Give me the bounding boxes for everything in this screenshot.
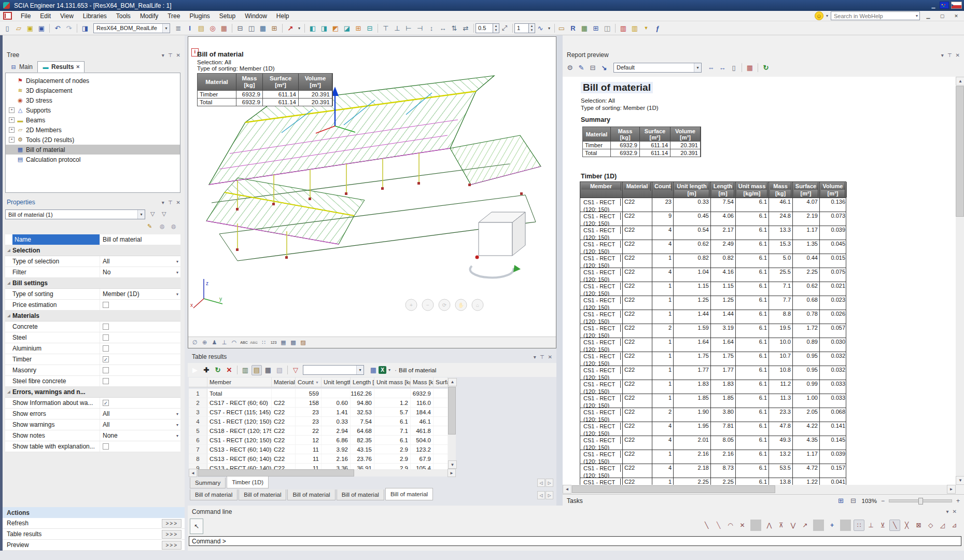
- tab-main[interactable]: ⊟ Main: [5, 61, 37, 73]
- tree-item[interactable]: + ◉ 3D stress: [6, 95, 180, 105]
- webhelp-search-input[interactable]: Search in WebHelp ▾: [831, 11, 920, 20]
- run-caret-icon[interactable]: ▾: [297, 23, 302, 33]
- smiley-caret-icon[interactable]: ▾: [826, 13, 828, 18]
- snap-line-icon[interactable]: ╲: [701, 520, 712, 531]
- menu-item[interactable]: Plugins: [185, 11, 214, 21]
- menu-item[interactable]: View: [55, 11, 78, 21]
- coord-info-icon[interactable]: ⊥: [219, 338, 229, 347]
- mdi-restore-icon[interactable]: ▢: [937, 12, 948, 20]
- command-input[interactable]: Command >: [189, 536, 961, 546]
- action-row[interactable]: Preview >>>: [3, 540, 185, 551]
- tabs-next-icon[interactable]: ▷: [546, 479, 553, 487]
- sheet-tab[interactable]: Timber (1D): [227, 476, 269, 488]
- fit-width-icon[interactable]: ↔: [717, 62, 728, 73]
- tree-item[interactable]: + ⚑ Displacement of nodes: [6, 76, 180, 86]
- tree-item[interactable]: + ⚙ Tools (2D results): [6, 135, 180, 145]
- command-close-icon[interactable]: ✕: [953, 509, 957, 514]
- table-results-pin-icon[interactable]: ⊤: [540, 354, 544, 360]
- dim-right-icon[interactable]: ⊣: [415, 23, 425, 33]
- filter-funnel-icon[interactable]: ▽: [150, 211, 155, 217]
- minimize-icon[interactable]: ▁: [928, 2, 939, 9]
- table-row[interactable]: 5CS18 - RECT (120; 175)C22 222.9464.68 7…: [189, 426, 448, 436]
- menu-item[interactable]: Window: [240, 11, 272, 21]
- vertical-splitter[interactable]: [556, 35, 563, 506]
- refresh-table-icon[interactable]: ↻: [213, 365, 223, 375]
- report-caret-icon[interactable]: ▾: [941, 52, 944, 58]
- table-filter-icon[interactable]: ▩: [288, 338, 298, 347]
- prop-value[interactable]: All: [103, 258, 109, 265]
- action-more-button[interactable]: >>>: [162, 530, 181, 539]
- snap-skew-icon[interactable]: ⊻: [877, 520, 888, 531]
- properties-combo-caret-icon[interactable]: ▾: [137, 210, 145, 219]
- load-case-input[interactable]: 1: [514, 23, 529, 33]
- table-row[interactable]: 8CS13 - RECT (60; 140)C22 112.1623.76 2.…: [189, 454, 448, 464]
- report-hscrollbar[interactable]: ◄ ►: [563, 485, 956, 493]
- project-manager-icon[interactable]: ◨: [80, 23, 90, 33]
- action-more-button[interactable]: >>>: [162, 541, 181, 550]
- save-icon[interactable]: ▣: [36, 23, 47, 33]
- table-color-icon[interactable]: ▨: [298, 338, 308, 347]
- add-table-icon[interactable]: ✚: [201, 365, 212, 375]
- project-combo-caret-icon[interactable]: ▾: [162, 24, 170, 33]
- group-collapse-icon[interactable]: ◢: [5, 248, 12, 253]
- view-split-icon[interactable]: ⊞: [353, 23, 364, 33]
- properties-pin-icon[interactable]: ⊤: [168, 200, 173, 205]
- table-results-close-icon[interactable]: ✕: [548, 354, 552, 360]
- snap-rotate-icon[interactable]: ↻: [961, 520, 964, 531]
- labels-on-icon[interactable]: ABC: [239, 338, 249, 347]
- workspace-icon[interactable]: ◫: [602, 23, 612, 33]
- fit-height-icon[interactable]: ▯: [729, 62, 739, 73]
- snap-intersection-icon[interactable]: ⋁: [788, 520, 799, 531]
- section-icon[interactable]: ◠: [229, 338, 239, 347]
- print-icon[interactable]: ⊟: [235, 23, 245, 33]
- prop-row[interactable]: ◢ Show Information about wa... ✓ ▾: [5, 398, 180, 409]
- language-flag-icon[interactable]: [951, 2, 962, 9]
- results-tab-close-icon[interactable]: ✕: [76, 64, 80, 69]
- menu-item[interactable]: Libraries: [78, 11, 111, 21]
- snap-quadrant-icon[interactable]: ◇: [925, 520, 936, 531]
- table-vscrollbar[interactable]: ▲ ▼: [448, 377, 456, 469]
- command-caret-icon[interactable]: ▾: [946, 509, 949, 514]
- menu-item[interactable]: Modify: [135, 11, 163, 21]
- dim-vertical-icon[interactable]: ↕: [426, 23, 437, 33]
- mdi-close-icon[interactable]: ✕: [951, 12, 962, 20]
- calculator-icon[interactable]: ▦: [219, 23, 229, 33]
- prop-row[interactable]: ◢ Errors, warnings and n... ✓ ▾: [5, 387, 180, 398]
- gallery-icon[interactable]: ⊞: [269, 23, 280, 33]
- table-style-dark-icon[interactable]: ▦: [263, 365, 273, 375]
- table-row[interactable]: 2CS17 - RECT (60; 60)C22 1580.6094.80 1.…: [189, 398, 448, 408]
- dim-bottom-icon[interactable]: ⊥: [392, 23, 402, 33]
- menu-item[interactable]: Setup: [215, 11, 240, 21]
- menu-item[interactable]: File: [16, 11, 35, 21]
- dim-swap-icon[interactable]: ⇅: [449, 23, 459, 33]
- snap-grid-icon[interactable]: ∷: [854, 520, 864, 531]
- scale-results-icon[interactable]: ⤢: [499, 23, 510, 33]
- snap-ortho-icon[interactable]: ⊥: [865, 520, 876, 531]
- document-tab[interactable]: Bill of material ✕: [287, 489, 335, 500]
- table-results-caret-icon[interactable]: ▾: [534, 354, 536, 360]
- grid-settings-icon[interactable]: ▦: [368, 365, 379, 375]
- edit-table-icon[interactable]: ▦: [579, 23, 590, 33]
- prop-value[interactable]: All: [103, 410, 109, 417]
- tree-menu-caret-icon[interactable]: ▾: [162, 52, 164, 58]
- dim-top-icon[interactable]: ⊤: [381, 23, 391, 33]
- dim-horizontal-icon[interactable]: ↔: [438, 23, 448, 33]
- result-scale-input[interactable]: 0.5: [476, 23, 493, 33]
- zoom-out-icon[interactable]: −: [881, 497, 885, 505]
- mesh-display-icon[interactable]: ∷: [259, 338, 269, 347]
- report-vscrollbar[interactable]: ▲ ▼: [956, 77, 964, 485]
- snap-cross-icon[interactable]: ✕: [737, 520, 748, 531]
- prop-checkbox[interactable]: ✓: [103, 324, 109, 330]
- prop-value[interactable]: None: [103, 432, 118, 439]
- clip-plane-icon[interactable]: ∅: [190, 338, 200, 347]
- view-single-icon[interactable]: ⊟: [365, 23, 375, 33]
- bom-document-icon[interactable]: ▥: [618, 23, 628, 33]
- snap-tangent-icon[interactable]: ◿: [937, 520, 948, 531]
- table-hscrollbar[interactable]: ◄ ►: [189, 469, 456, 477]
- prop-value[interactable]: All: [103, 421, 109, 428]
- new-icon[interactable]: ▯: [2, 23, 12, 33]
- menu-item[interactable]: Tools: [111, 11, 135, 21]
- load-case-spinner[interactable]: ▲▼: [529, 23, 535, 33]
- add-grid-icon[interactable]: ⊞: [591, 23, 601, 33]
- view-wireframe-icon[interactable]: ◧: [308, 23, 318, 33]
